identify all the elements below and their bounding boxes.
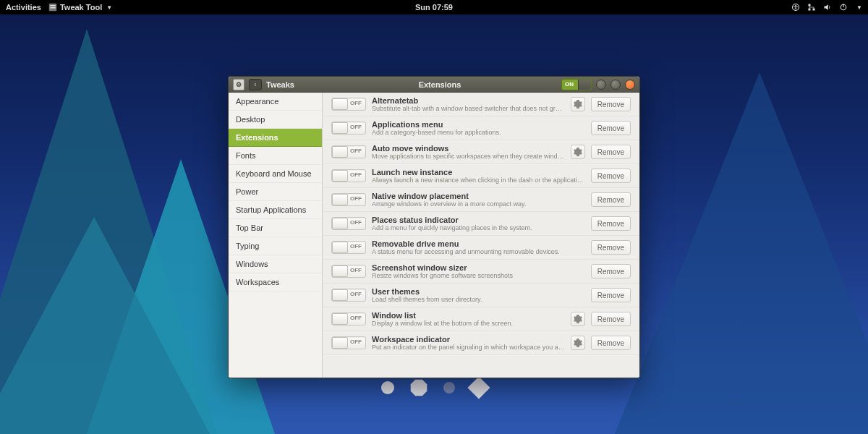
extension-remove-button[interactable]: Remove [591, 145, 631, 159]
activities-button[interactable]: Activities [6, 3, 41, 12]
extension-text: Screenshot window sizerResize windows fo… [372, 263, 585, 279]
extension-text: Workspace indicatorPut an indicator on t… [372, 335, 565, 351]
extension-toggle[interactable]: OFF [331, 98, 366, 111]
extension-remove-button[interactable]: Remove [591, 336, 631, 350]
sidebar-item-typing[interactable]: Typing [229, 237, 322, 255]
extension-description: A status menu for accessing and unmounti… [372, 248, 585, 255]
sidebar-item-desktop[interactable]: Desktop [229, 111, 322, 129]
extension-row: OFFNative window placementArrange window… [323, 188, 639, 212]
extension-row: OFFPlaces status indicatorAdd a menu for… [323, 212, 639, 236]
maximize-button[interactable] [610, 80, 621, 90]
extension-description: Always launch a new instance when clicki… [372, 176, 585, 184]
extension-row: OFFRemovable drive menuA status menu for… [323, 236, 639, 260]
extension-toggle[interactable]: OFF [331, 217, 366, 230]
sidebar-item-extensions[interactable]: Extensions [229, 129, 322, 147]
dock-item[interactable] [381, 381, 394, 394]
sidebar-item-fonts[interactable]: Fonts [229, 147, 322, 165]
accessibility-icon[interactable] [791, 3, 800, 12]
extension-settings-button[interactable] [571, 336, 585, 350]
toggle-knob [332, 194, 348, 205]
toggle-state-label: OFF [350, 219, 362, 226]
toggle-knob [332, 98, 348, 110]
extension-remove-button[interactable]: Remove [591, 192, 631, 207]
svg-rect-7 [809, 9, 811, 11]
extension-name: Removable drive menu [372, 239, 585, 248]
wallpaper-triangle [0, 217, 210, 434]
extension-description: Put an indicator on the panel signaling … [372, 344, 565, 351]
network-icon[interactable] [807, 3, 816, 12]
sidebar-item-top-bar[interactable]: Top Bar [229, 219, 322, 237]
toggle-state-label: OFF [350, 171, 362, 178]
extension-description: Display a window list at the bottom of t… [372, 320, 565, 327]
toggle-knob [332, 122, 348, 134]
extension-settings-button[interactable] [571, 145, 585, 159]
sidebar-item-windows[interactable]: Windows [229, 255, 322, 273]
extension-toggle[interactable]: OFF [331, 145, 366, 158]
sidebar-item-appearance[interactable]: Appearance [229, 93, 322, 111]
extension-row: OFFWorkspace indicatorPut an indicator o… [323, 331, 639, 355]
extension-name: Places status indicator [372, 216, 585, 224]
dock-item[interactable] [443, 382, 455, 393]
toggle-state-label: OFF [350, 124, 362, 130]
sidebar-item-power[interactable]: Power [229, 183, 322, 201]
extension-toggle[interactable]: OFF [331, 169, 366, 182]
extension-toggle[interactable]: OFF [331, 122, 366, 135]
extension-toggle[interactable]: OFF [331, 289, 366, 302]
extension-row: OFFUser themesLoad shell themes from use… [323, 284, 639, 307]
tweak-tool-icon [48, 3, 57, 12]
extension-remove-button[interactable]: Remove [591, 169, 631, 183]
dock-item[interactable] [410, 379, 427, 396]
toggle-knob [332, 289, 348, 301]
sidebar-item-keyboard-and-mouse[interactable]: Keyboard and Mouse [229, 165, 322, 183]
volume-icon[interactable] [823, 3, 832, 12]
sidebar-item-workspaces[interactable]: Workspaces [229, 273, 322, 292]
extension-toggle[interactable]: OFF [331, 336, 366, 349]
extension-remove-button[interactable]: Remove [591, 240, 631, 255]
extension-text: Launch new instanceAlways launch a new i… [372, 168, 585, 184]
sidebar-item-startup-applications[interactable]: Startup Applications [229, 201, 322, 219]
panel-clock[interactable]: Sun 07:59 [415, 3, 453, 12]
app-icon: ⚙ [233, 79, 244, 90]
extension-name: Applications menu [372, 120, 585, 129]
extension-description: Substitute alt-tab with a window based s… [372, 105, 565, 112]
sidebar: AppearanceDesktopExtensionsFontsKeyboard… [229, 93, 323, 378]
titlebar[interactable]: ⚙ ‹ Tweaks Extensions ON [229, 77, 639, 93]
toggle-label: ON [562, 81, 574, 88]
power-icon[interactable] [839, 3, 848, 12]
close-button[interactable] [625, 80, 635, 90]
extension-name: Screenshot window sizer [372, 263, 585, 272]
extension-toggle[interactable]: OFF [331, 241, 366, 254]
toggle-knob [578, 80, 591, 90]
wallpaper-triangle [615, 72, 868, 434]
extension-name: Auto move windows [372, 144, 565, 153]
back-button[interactable]: ‹ [249, 79, 262, 90]
extension-description: Load shell themes from user directory. [372, 296, 585, 303]
app-menu[interactable]: Tweak Tool ▼ [48, 3, 112, 12]
extension-toggle[interactable]: OFF [331, 193, 366, 206]
extension-row: OFFAlternatetabSubstitute alt-tab with a… [323, 93, 639, 116]
extension-remove-button[interactable]: Remove [591, 264, 631, 278]
extension-name: Window list [372, 311, 565, 320]
extension-remove-button[interactable]: Remove [591, 121, 631, 135]
extension-toggle[interactable]: OFF [331, 312, 366, 326]
toggle-knob [332, 242, 348, 253]
extensions-master-toggle[interactable]: ON [561, 79, 592, 90]
dock-item[interactable] [467, 376, 490, 399]
extension-remove-button[interactable]: Remove [591, 312, 631, 326]
app-menu-label: Tweak Tool [60, 3, 102, 12]
svg-rect-6 [813, 9, 815, 11]
extension-row: OFFLaunch new instanceAlways launch a ne… [323, 164, 639, 188]
extension-settings-button[interactable] [571, 312, 585, 326]
extension-text: Places status indicatorAdd a menu for qu… [372, 216, 585, 231]
extension-toggle[interactable]: OFF [331, 265, 366, 278]
minimize-button[interactable] [596, 80, 606, 90]
extension-settings-button[interactable] [571, 97, 585, 111]
extension-text: User themesLoad shell themes from user d… [372, 287, 585, 303]
extension-remove-button[interactable]: Remove [591, 288, 631, 302]
extension-remove-button[interactable]: Remove [591, 97, 631, 111]
svg-rect-5 [809, 4, 811, 7]
extension-remove-button[interactable]: Remove [591, 216, 631, 231]
extension-row: OFFScreenshot window sizerResize windows… [323, 260, 639, 284]
toggle-knob [332, 170, 348, 182]
toggle-state-label: OFF [350, 243, 362, 250]
